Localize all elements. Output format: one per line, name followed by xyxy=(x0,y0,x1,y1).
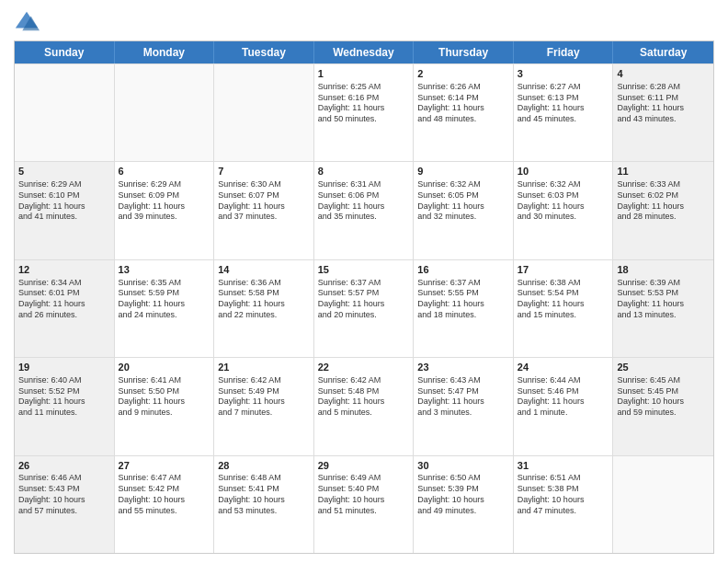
calendar-header: SundayMondayTuesdayWednesdayThursdayFrid… xyxy=(15,41,713,63)
day-header-thursday: Thursday xyxy=(414,41,514,63)
day-number: 6 xyxy=(119,165,210,178)
cell-info: Sunrise: 6:27 AM Sunset: 6:13 PM Dayligh… xyxy=(518,82,609,125)
day-cell-2: 2Sunrise: 6:26 AM Sunset: 6:14 PM Daylig… xyxy=(414,64,514,161)
cell-info: Sunrise: 6:46 AM Sunset: 5:43 PM Dayligh… xyxy=(18,473,110,516)
day-cell-28: 28Sunrise: 6:48 AM Sunset: 5:41 PM Dayli… xyxy=(214,456,314,553)
calendar-row-2: 5Sunrise: 6:29 AM Sunset: 6:10 PM Daylig… xyxy=(15,161,713,259)
cell-info: Sunrise: 6:37 AM Sunset: 5:55 PM Dayligh… xyxy=(417,278,509,321)
day-cell-26: 26Sunrise: 6:46 AM Sunset: 5:43 PM Dayli… xyxy=(15,456,115,553)
day-cell-3: 3Sunrise: 6:27 AM Sunset: 6:13 PM Daylig… xyxy=(514,64,614,161)
day-number: 18 xyxy=(617,263,710,277)
day-number: 21 xyxy=(218,361,310,374)
day-number: 23 xyxy=(417,361,509,374)
cell-info: Sunrise: 6:35 AM Sunset: 5:59 PM Dayligh… xyxy=(119,278,210,321)
day-number: 1 xyxy=(318,67,410,81)
day-number: 15 xyxy=(318,263,410,277)
cell-info: Sunrise: 6:39 AM Sunset: 5:53 PM Dayligh… xyxy=(617,278,710,321)
day-cell-12: 12Sunrise: 6:34 AM Sunset: 6:01 PM Dayli… xyxy=(15,260,115,357)
cell-info: Sunrise: 6:40 AM Sunset: 5:52 PM Dayligh… xyxy=(18,375,110,419)
cell-info: Sunrise: 6:29 AM Sunset: 6:09 PM Dayligh… xyxy=(119,179,210,223)
cell-info: Sunrise: 6:32 AM Sunset: 6:03 PM Dayligh… xyxy=(518,179,609,223)
day-cell-20: 20Sunrise: 6:41 AM Sunset: 5:50 PM Dayli… xyxy=(115,358,215,454)
day-number: 13 xyxy=(119,263,210,277)
logo xyxy=(14,9,43,35)
calendar-row-5: 26Sunrise: 6:46 AM Sunset: 5:43 PM Dayli… xyxy=(15,455,713,553)
day-cell-30: 30Sunrise: 6:50 AM Sunset: 5:39 PM Dayli… xyxy=(414,456,514,553)
cell-info: Sunrise: 6:36 AM Sunset: 5:58 PM Dayligh… xyxy=(218,278,310,321)
day-cell-15: 15Sunrise: 6:37 AM Sunset: 5:57 PM Dayli… xyxy=(314,260,415,357)
day-header-wednesday: Wednesday xyxy=(314,41,415,63)
day-cell-17: 17Sunrise: 6:38 AM Sunset: 5:54 PM Dayli… xyxy=(514,260,614,357)
cell-info: Sunrise: 6:49 AM Sunset: 5:40 PM Dayligh… xyxy=(318,473,410,516)
day-number: 17 xyxy=(518,263,609,277)
day-header-saturday: Saturday xyxy=(613,41,713,63)
day-cell-1: 1Sunrise: 6:25 AM Sunset: 6:16 PM Daylig… xyxy=(314,64,415,161)
day-cell-7: 7Sunrise: 6:30 AM Sunset: 6:07 PM Daylig… xyxy=(214,162,314,259)
cell-info: Sunrise: 6:51 AM Sunset: 5:38 PM Dayligh… xyxy=(518,473,609,516)
day-number: 29 xyxy=(318,459,410,473)
cell-info: Sunrise: 6:25 AM Sunset: 6:16 PM Dayligh… xyxy=(318,82,410,125)
day-number: 24 xyxy=(518,361,609,374)
empty-cell-4-6 xyxy=(613,456,713,553)
day-number: 4 xyxy=(617,67,710,81)
day-cell-27: 27Sunrise: 6:47 AM Sunset: 5:42 PM Dayli… xyxy=(115,456,215,553)
day-cell-6: 6Sunrise: 6:29 AM Sunset: 6:09 PM Daylig… xyxy=(115,162,215,259)
day-header-sunday: Sunday xyxy=(15,41,115,63)
day-cell-16: 16Sunrise: 6:37 AM Sunset: 5:55 PM Dayli… xyxy=(414,260,514,357)
day-number: 7 xyxy=(218,165,310,178)
cell-info: Sunrise: 6:41 AM Sunset: 5:50 PM Dayligh… xyxy=(119,375,210,419)
day-number: 8 xyxy=(318,165,410,178)
day-number: 20 xyxy=(119,361,210,374)
cell-info: Sunrise: 6:30 AM Sunset: 6:07 PM Dayligh… xyxy=(218,179,310,223)
day-cell-14: 14Sunrise: 6:36 AM Sunset: 5:58 PM Dayli… xyxy=(214,260,314,357)
day-number: 27 xyxy=(119,459,210,473)
day-number: 2 xyxy=(417,67,509,81)
cell-info: Sunrise: 6:37 AM Sunset: 5:57 PM Dayligh… xyxy=(318,278,410,321)
day-number: 31 xyxy=(518,459,609,473)
day-number: 22 xyxy=(318,361,410,374)
empty-cell-0-1 xyxy=(115,64,215,161)
day-cell-18: 18Sunrise: 6:39 AM Sunset: 5:53 PM Dayli… xyxy=(613,260,713,357)
page: SundayMondayTuesdayWednesdayThursdayFrid… xyxy=(0,0,728,563)
calendar-row-3: 12Sunrise: 6:34 AM Sunset: 6:01 PM Dayli… xyxy=(15,259,713,357)
day-number: 28 xyxy=(218,459,310,473)
cell-info: Sunrise: 6:28 AM Sunset: 6:11 PM Dayligh… xyxy=(617,82,710,125)
day-cell-25: 25Sunrise: 6:45 AM Sunset: 5:45 PM Dayli… xyxy=(613,358,713,454)
day-header-tuesday: Tuesday xyxy=(214,41,314,63)
cell-info: Sunrise: 6:32 AM Sunset: 6:05 PM Dayligh… xyxy=(417,179,509,223)
day-cell-29: 29Sunrise: 6:49 AM Sunset: 5:40 PM Dayli… xyxy=(314,456,415,553)
cell-info: Sunrise: 6:33 AM Sunset: 6:02 PM Dayligh… xyxy=(617,179,710,223)
cell-info: Sunrise: 6:26 AM Sunset: 6:14 PM Dayligh… xyxy=(417,82,509,125)
cell-info: Sunrise: 6:42 AM Sunset: 5:49 PM Dayligh… xyxy=(218,375,310,419)
day-cell-8: 8Sunrise: 6:31 AM Sunset: 6:06 PM Daylig… xyxy=(314,162,415,259)
day-cell-22: 22Sunrise: 6:42 AM Sunset: 5:48 PM Dayli… xyxy=(314,358,415,454)
day-cell-4: 4Sunrise: 6:28 AM Sunset: 6:11 PM Daylig… xyxy=(613,64,713,161)
day-number: 11 xyxy=(617,165,710,178)
day-cell-11: 11Sunrise: 6:33 AM Sunset: 6:02 PM Dayli… xyxy=(613,162,713,259)
day-cell-5: 5Sunrise: 6:29 AM Sunset: 6:10 PM Daylig… xyxy=(15,162,115,259)
day-cell-24: 24Sunrise: 6:44 AM Sunset: 5:46 PM Dayli… xyxy=(514,358,614,454)
cell-info: Sunrise: 6:31 AM Sunset: 6:06 PM Dayligh… xyxy=(318,179,410,223)
calendar-body: 1Sunrise: 6:25 AM Sunset: 6:16 PM Daylig… xyxy=(15,63,713,553)
calendar: SundayMondayTuesdayWednesdayThursdayFrid… xyxy=(14,40,714,554)
cell-info: Sunrise: 6:34 AM Sunset: 6:01 PM Dayligh… xyxy=(18,278,110,321)
calendar-row-4: 19Sunrise: 6:40 AM Sunset: 5:52 PM Dayli… xyxy=(15,357,713,454)
logo-icon xyxy=(14,9,40,35)
cell-info: Sunrise: 6:44 AM Sunset: 5:46 PM Dayligh… xyxy=(518,375,609,419)
day-cell-10: 10Sunrise: 6:32 AM Sunset: 6:03 PM Dayli… xyxy=(514,162,614,259)
cell-info: Sunrise: 6:38 AM Sunset: 5:54 PM Dayligh… xyxy=(518,278,609,321)
day-cell-9: 9Sunrise: 6:32 AM Sunset: 6:05 PM Daylig… xyxy=(414,162,514,259)
day-cell-19: 19Sunrise: 6:40 AM Sunset: 5:52 PM Dayli… xyxy=(15,358,115,454)
cell-info: Sunrise: 6:43 AM Sunset: 5:47 PM Dayligh… xyxy=(417,375,509,419)
day-number: 25 xyxy=(617,361,710,374)
day-number: 12 xyxy=(18,263,110,277)
header xyxy=(14,9,714,35)
cell-info: Sunrise: 6:29 AM Sunset: 6:10 PM Dayligh… xyxy=(18,179,110,223)
day-number: 19 xyxy=(18,361,110,374)
cell-info: Sunrise: 6:50 AM Sunset: 5:39 PM Dayligh… xyxy=(417,473,509,516)
day-header-monday: Monday xyxy=(115,41,215,63)
day-number: 9 xyxy=(417,165,509,178)
day-cell-31: 31Sunrise: 6:51 AM Sunset: 5:38 PM Dayli… xyxy=(514,456,614,553)
day-cell-13: 13Sunrise: 6:35 AM Sunset: 5:59 PM Dayli… xyxy=(115,260,215,357)
day-number: 10 xyxy=(518,165,609,178)
